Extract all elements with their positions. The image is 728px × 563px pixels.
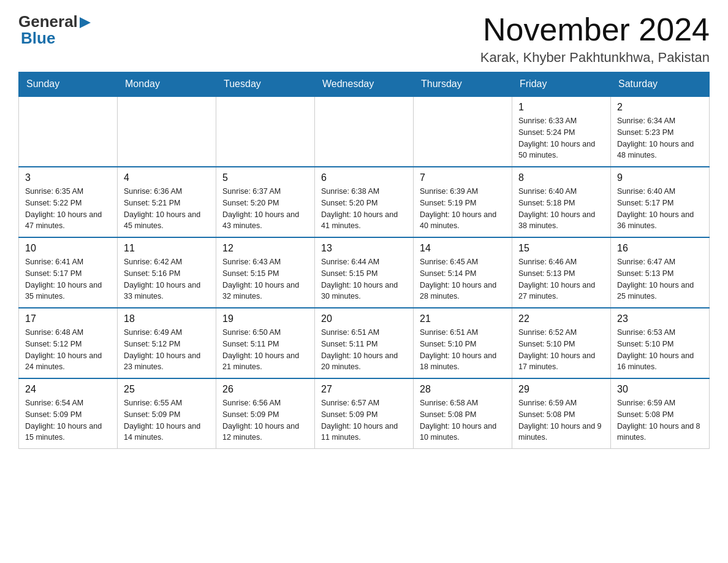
calendar-cell: 6Sunrise: 6:38 AMSunset: 5:20 PMDaylight… [315, 167, 414, 237]
calendar-cell: 13Sunrise: 6:44 AMSunset: 5:15 PMDayligh… [315, 237, 414, 308]
day-info: Sunrise: 6:46 AMSunset: 5:13 PMDaylight:… [518, 256, 604, 302]
calendar-cell: 7Sunrise: 6:39 AMSunset: 5:19 PMDaylight… [414, 167, 512, 237]
day-info: Sunrise: 6:40 AMSunset: 5:17 PMDaylight:… [617, 186, 703, 232]
calendar-cell: 16Sunrise: 6:47 AMSunset: 5:13 PMDayligh… [611, 237, 710, 308]
day-info: Sunrise: 6:41 AMSunset: 5:17 PMDaylight:… [25, 256, 111, 302]
calendar-cell: 25Sunrise: 6:55 AMSunset: 5:09 PMDayligh… [118, 378, 216, 449]
calendar-week-row: 24Sunrise: 6:54 AMSunset: 5:09 PMDayligh… [19, 378, 710, 449]
day-number: 7 [420, 172, 506, 183]
calendar-cell: 14Sunrise: 6:45 AMSunset: 5:14 PMDayligh… [414, 237, 512, 308]
day-info: Sunrise: 6:39 AMSunset: 5:19 PMDaylight:… [420, 186, 506, 232]
day-info: Sunrise: 6:52 AMSunset: 5:10 PMDaylight:… [518, 327, 604, 373]
calendar-cell: 23Sunrise: 6:53 AMSunset: 5:10 PMDayligh… [611, 308, 710, 378]
day-number: 14 [420, 243, 506, 254]
day-info: Sunrise: 6:35 AMSunset: 5:22 PMDaylight:… [25, 186, 111, 232]
calendar-cell [216, 96, 315, 167]
day-info: Sunrise: 6:55 AMSunset: 5:09 PMDaylight:… [124, 397, 210, 443]
calendar-header-tuesday: Tuesday [216, 72, 315, 97]
day-info: Sunrise: 6:37 AMSunset: 5:20 PMDaylight:… [222, 186, 308, 232]
calendar-cell: 5Sunrise: 6:37 AMSunset: 5:20 PMDaylight… [216, 167, 315, 237]
day-info: Sunrise: 6:51 AMSunset: 5:10 PMDaylight:… [420, 327, 506, 373]
calendar-header-wednesday: Wednesday [315, 72, 414, 97]
day-number: 15 [518, 243, 604, 254]
calendar-cell: 21Sunrise: 6:51 AMSunset: 5:10 PMDayligh… [414, 308, 512, 378]
day-info: Sunrise: 6:44 AMSunset: 5:15 PMDaylight:… [321, 256, 407, 302]
calendar-week-row: 1Sunrise: 6:33 AMSunset: 5:24 PMDaylight… [19, 96, 710, 167]
calendar-cell: 24Sunrise: 6:54 AMSunset: 5:09 PMDayligh… [19, 378, 118, 449]
day-info: Sunrise: 6:59 AMSunset: 5:08 PMDaylight:… [518, 397, 604, 443]
calendar-cell: 15Sunrise: 6:46 AMSunset: 5:13 PMDayligh… [512, 237, 611, 308]
day-number: 17 [25, 313, 111, 324]
calendar-table: SundayMondayTuesdayWednesdayThursdayFrid… [18, 72, 710, 449]
day-number: 29 [518, 384, 604, 395]
day-info: Sunrise: 6:48 AMSunset: 5:12 PMDaylight:… [25, 327, 111, 373]
svg-marker-0 [80, 17, 91, 28]
calendar-cell: 3Sunrise: 6:35 AMSunset: 5:22 PMDaylight… [19, 167, 118, 237]
calendar-cell: 27Sunrise: 6:57 AMSunset: 5:09 PMDayligh… [315, 378, 414, 449]
calendar-header-sunday: Sunday [19, 72, 118, 97]
day-number: 6 [321, 172, 407, 183]
day-info: Sunrise: 6:58 AMSunset: 5:08 PMDaylight:… [420, 397, 506, 443]
calendar-cell: 8Sunrise: 6:40 AMSunset: 5:18 PMDaylight… [512, 167, 611, 237]
logo: General Blue [18, 12, 92, 48]
logo-arrow-icon [80, 16, 92, 29]
day-number: 13 [321, 243, 407, 254]
day-number: 25 [124, 384, 210, 395]
day-number: 24 [25, 384, 111, 395]
day-number: 2 [617, 102, 703, 113]
day-info: Sunrise: 6:33 AMSunset: 5:24 PMDaylight:… [518, 115, 604, 161]
day-number: 8 [518, 172, 604, 183]
day-number: 20 [321, 313, 407, 324]
calendar-week-row: 10Sunrise: 6:41 AMSunset: 5:17 PMDayligh… [19, 237, 710, 308]
calendar-week-row: 17Sunrise: 6:48 AMSunset: 5:12 PMDayligh… [19, 308, 710, 378]
calendar-cell: 19Sunrise: 6:50 AMSunset: 5:11 PMDayligh… [216, 308, 315, 378]
calendar-cell [19, 96, 118, 167]
day-info: Sunrise: 6:34 AMSunset: 5:23 PMDaylight:… [617, 115, 703, 161]
calendar-cell: 28Sunrise: 6:58 AMSunset: 5:08 PMDayligh… [414, 378, 512, 449]
calendar-cell: 4Sunrise: 6:36 AMSunset: 5:21 PMDaylight… [118, 167, 216, 237]
calendar-cell: 11Sunrise: 6:42 AMSunset: 5:16 PMDayligh… [118, 237, 216, 308]
calendar-cell: 18Sunrise: 6:49 AMSunset: 5:12 PMDayligh… [118, 308, 216, 378]
day-info: Sunrise: 6:40 AMSunset: 5:18 PMDaylight:… [518, 186, 604, 232]
day-number: 1 [518, 102, 604, 113]
day-number: 26 [222, 384, 308, 395]
day-number: 12 [222, 243, 308, 254]
calendar-cell: 12Sunrise: 6:43 AMSunset: 5:15 PMDayligh… [216, 237, 315, 308]
calendar-cell: 17Sunrise: 6:48 AMSunset: 5:12 PMDayligh… [19, 308, 118, 378]
day-number: 18 [124, 313, 210, 324]
day-number: 16 [617, 243, 703, 254]
calendar-header-monday: Monday [118, 72, 216, 97]
day-number: 10 [25, 243, 111, 254]
day-info: Sunrise: 6:53 AMSunset: 5:10 PMDaylight:… [617, 327, 703, 373]
calendar-header-friday: Friday [512, 72, 611, 97]
day-number: 11 [124, 243, 210, 254]
calendar-cell: 30Sunrise: 6:59 AMSunset: 5:08 PMDayligh… [611, 378, 710, 449]
page-header: General Blue November 2024 Karak, Khyber… [18, 12, 710, 66]
day-number: 21 [420, 313, 506, 324]
calendar-header-saturday: Saturday [611, 72, 710, 97]
day-info: Sunrise: 6:42 AMSunset: 5:16 PMDaylight:… [124, 256, 210, 302]
title-section: November 2024 Karak, Khyber Pakhtunkhwa,… [480, 12, 710, 66]
calendar-header-thursday: Thursday [414, 72, 512, 97]
calendar-cell [414, 96, 512, 167]
calendar-cell: 22Sunrise: 6:52 AMSunset: 5:10 PMDayligh… [512, 308, 611, 378]
day-number: 3 [25, 172, 111, 183]
calendar-header-row: SundayMondayTuesdayWednesdayThursdayFrid… [19, 72, 710, 97]
calendar-cell: 10Sunrise: 6:41 AMSunset: 5:17 PMDayligh… [19, 237, 118, 308]
calendar-cell: 9Sunrise: 6:40 AMSunset: 5:17 PMDaylight… [611, 167, 710, 237]
day-info: Sunrise: 6:57 AMSunset: 5:09 PMDaylight:… [321, 397, 407, 443]
calendar-cell: 1Sunrise: 6:33 AMSunset: 5:24 PMDaylight… [512, 96, 611, 167]
day-info: Sunrise: 6:51 AMSunset: 5:11 PMDaylight:… [321, 327, 407, 373]
day-number: 5 [222, 172, 308, 183]
day-info: Sunrise: 6:47 AMSunset: 5:13 PMDaylight:… [617, 256, 703, 302]
calendar-cell [118, 96, 216, 167]
day-number: 27 [321, 384, 407, 395]
calendar-cell: 29Sunrise: 6:59 AMSunset: 5:08 PMDayligh… [512, 378, 611, 449]
day-info: Sunrise: 6:56 AMSunset: 5:09 PMDaylight:… [222, 397, 308, 443]
day-info: Sunrise: 6:50 AMSunset: 5:11 PMDaylight:… [222, 327, 308, 373]
subtitle: Karak, Khyber Pakhtunkhwa, Pakistan [480, 50, 710, 66]
calendar-cell: 2Sunrise: 6:34 AMSunset: 5:23 PMDaylight… [611, 96, 710, 167]
calendar-week-row: 3Sunrise: 6:35 AMSunset: 5:22 PMDaylight… [19, 167, 710, 237]
day-info: Sunrise: 6:49 AMSunset: 5:12 PMDaylight:… [124, 327, 210, 373]
day-number: 22 [518, 313, 604, 324]
